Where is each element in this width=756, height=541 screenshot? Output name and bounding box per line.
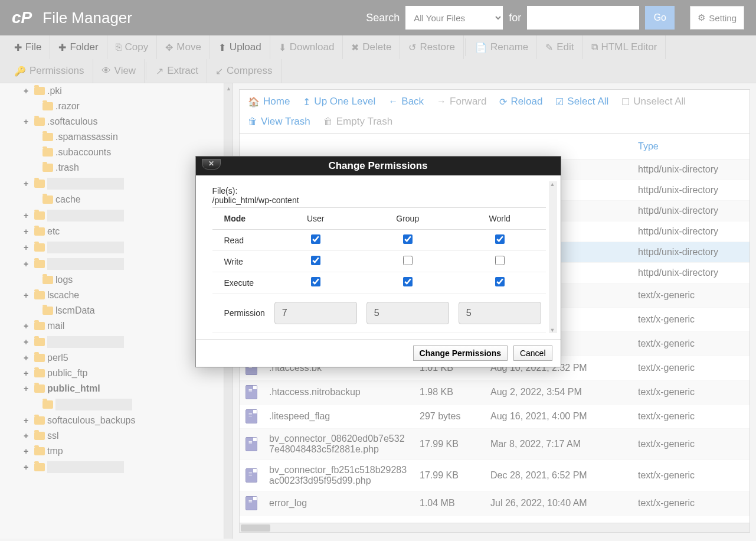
dialog-scrollbar[interactable]: [549, 181, 557, 333]
permission-group-input[interactable]: [366, 302, 449, 324]
group-header: Group: [362, 208, 454, 230]
execute-user-checkbox[interactable]: [311, 277, 320, 286]
read-label: Read: [212, 230, 270, 251]
dialog-footer: Change Permissions Cancel: [196, 339, 561, 367]
write-group-checkbox[interactable]: [403, 256, 413, 265]
dialog-body: File(s): /public_html/wp-content Mode Us…: [196, 175, 561, 339]
execute-group-checkbox[interactable]: [403, 277, 413, 286]
permission-label: Permission: [212, 294, 270, 333]
read-group-checkbox[interactable]: [403, 234, 413, 244]
execute-world-checkbox[interactable]: [495, 277, 505, 286]
files-label: File(s):: [212, 186, 544, 195]
permission-user-input[interactable]: [274, 302, 357, 324]
permissions-table: Mode User Group World Read Write: [212, 207, 546, 333]
permission-world-input[interactable]: [459, 302, 541, 324]
read-user-checkbox[interactable]: [311, 234, 320, 244]
dialog-header: ✕ Change Permissions: [196, 157, 561, 175]
write-user-checkbox[interactable]: [311, 256, 320, 265]
world-header: World: [454, 208, 546, 230]
mode-header: Mode: [212, 208, 270, 230]
read-world-checkbox[interactable]: [495, 234, 505, 244]
files-path: /public_html/wp-content: [212, 195, 544, 205]
change-permissions-submit-button[interactable]: Change Permissions: [413, 346, 508, 361]
user-header: User: [270, 208, 362, 230]
write-world-checkbox[interactable]: [495, 256, 505, 265]
cancel-button[interactable]: Cancel: [513, 346, 552, 361]
modal-overlay: ✕ Change Permissions File(s): /public_ht…: [0, 0, 756, 541]
write-label: Write: [212, 251, 270, 272]
close-icon[interactable]: ✕: [202, 159, 221, 170]
change-permissions-dialog: ✕ Change Permissions File(s): /public_ht…: [195, 156, 561, 367]
dialog-title: Change Permissions: [328, 160, 427, 171]
execute-label: Execute: [212, 272, 270, 294]
